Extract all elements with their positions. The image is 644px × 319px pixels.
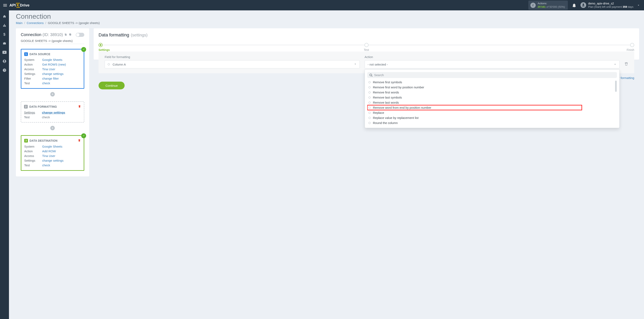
- field-select[interactable]: Column A: [105, 60, 360, 68]
- plan-days: 359: [622, 5, 627, 8]
- breadcrumb-current: GOOGLE SHEETS -> (google sheets): [48, 21, 100, 25]
- continue-button[interactable]: Continue: [98, 82, 124, 89]
- svg-point-14: [370, 74, 372, 76]
- dropdown-option-highlighted[interactable]: Remove word from end by position number: [367, 105, 582, 110]
- source-system[interactable]: Google Sheets: [42, 58, 62, 62]
- block-title: DATA DESTINATION: [30, 139, 58, 142]
- user-menu[interactable]: demo_apix-drive_s2 Plan |Start| left unt…: [580, 2, 634, 8]
- info-icon: i: [530, 3, 536, 8]
- svg-rect-5: [4, 24, 5, 25]
- dropdown-option[interactable]: Remove first symbols: [367, 80, 617, 85]
- copy-icon[interactable]: [64, 33, 67, 37]
- dropdown-option[interactable]: Replace value by replacement list: [367, 115, 617, 120]
- svg-text:$: $: [4, 32, 6, 36]
- breadcrumb-main[interactable]: Main: [16, 21, 22, 25]
- logo[interactable]: API X Drive: [9, 3, 40, 8]
- svg-text:Drive: Drive: [20, 3, 30, 7]
- connection-toggle[interactable]: [76, 33, 84, 37]
- action-label: Action: [365, 55, 620, 59]
- actions-of: of: [546, 5, 548, 8]
- page-title: Connection: [16, 12, 639, 20]
- scrollbar-thumb[interactable]: [615, 80, 617, 92]
- actions-pct: (50%): [558, 5, 565, 8]
- block-title: DATA FORMATTING: [29, 105, 57, 108]
- field-label: Field for formatting: [105, 55, 360, 59]
- nav-billing[interactable]: $: [0, 30, 9, 38]
- nav-account[interactable]: [0, 57, 9, 65]
- formatting-test: check: [42, 116, 50, 119]
- source-filter[interactable]: change filter: [42, 77, 59, 80]
- source-test[interactable]: check: [42, 82, 50, 85]
- nav-home[interactable]: [0, 12, 9, 20]
- actions-label: Actions:: [538, 2, 565, 5]
- svg-line-15: [372, 76, 372, 76]
- action-dropdown: Remove first symbols Remove first word b…: [365, 70, 620, 128]
- block-title: DATA SOURCE: [30, 52, 50, 56]
- chevron-down-icon: [354, 63, 357, 66]
- actions-total: 50'000: [549, 5, 557, 8]
- menu-toggle[interactable]: [2, 3, 8, 8]
- step-settings[interactable]: Settings: [98, 43, 111, 52]
- plan-days-suffix: days: [628, 5, 634, 8]
- stepper: Settings Test Finish Field for formattin…: [98, 43, 634, 52]
- nav-help[interactable]: ?: [0, 66, 9, 74]
- add-step-button[interactable]: +: [50, 92, 55, 96]
- block-data-destination[interactable]: 3DATA DESTINATION SystemGoogle Sheets Ac…: [21, 135, 84, 171]
- dest-access[interactable]: Tina User: [42, 154, 55, 158]
- step-finish[interactable]: Finish: [622, 43, 634, 52]
- action-select[interactable]: - not selected -: [365, 60, 620, 68]
- notifications-button[interactable]: [572, 3, 576, 7]
- svg-rect-7: [4, 26, 5, 27]
- breadcrumb: Main / Connections / GOOGLE SHEETS -> (g…: [16, 21, 639, 25]
- svg-text:X: X: [16, 3, 19, 7]
- source-action[interactable]: Get ROWS (new): [42, 63, 66, 66]
- svg-rect-8: [5, 26, 6, 27]
- nav-briefcase[interactable]: [0, 39, 9, 48]
- connection-title: Connection: [21, 32, 41, 37]
- panel-title: Data formatting: [98, 32, 129, 38]
- add-step-button[interactable]: +: [50, 126, 55, 130]
- avatar-icon: [580, 2, 586, 8]
- dest-system[interactable]: Google Sheets: [42, 145, 62, 148]
- dropdown-search[interactable]: [367, 72, 617, 78]
- chevron-down-icon[interactable]: [635, 4, 642, 7]
- actions-counter[interactable]: i Actions: 25'161 of 50'000 (50%): [528, 0, 568, 10]
- username: demo_apix-drive_s2: [588, 2, 634, 5]
- dropdown-search-input[interactable]: [374, 73, 615, 77]
- delete-row-button[interactable]: [624, 62, 628, 66]
- field-value: Column A: [112, 63, 126, 66]
- plan-prefix: Plan |Start| left until payment: [588, 5, 622, 8]
- dest-action[interactable]: Add ROW: [42, 150, 56, 153]
- source-access[interactable]: Tina User: [42, 68, 55, 71]
- gear-icon[interactable]: [68, 33, 72, 37]
- svg-text:API: API: [9, 3, 16, 7]
- connection-subtitle: GOOGLE SHEETS -> (google sheets): [21, 39, 84, 44]
- dropdown-option[interactable]: Remove first words: [367, 90, 617, 95]
- source-settings[interactable]: change settings: [42, 72, 64, 76]
- nav-sitemap[interactable]: [0, 22, 9, 30]
- dropdown-option[interactable]: Remove last symbols: [367, 95, 617, 100]
- check-icon: [81, 133, 86, 138]
- dropdown-option[interactable]: Remove last words: [367, 100, 617, 105]
- step-test[interactable]: Test: [360, 43, 372, 52]
- dest-test[interactable]: check: [42, 164, 50, 167]
- trash-icon[interactable]: [78, 105, 81, 109]
- panel-subtitle: (settings): [131, 33, 148, 38]
- dest-settings[interactable]: change settings: [42, 159, 64, 162]
- dropdown-option[interactable]: Round the column: [367, 120, 617, 126]
- actions-used: 25'161: [538, 5, 546, 8]
- dropdown-option[interactable]: Remove first word by position number: [367, 85, 617, 90]
- formatting-settings[interactable]: change settings: [42, 111, 65, 114]
- chevron-up-icon: [614, 63, 616, 66]
- trash-icon[interactable]: [78, 139, 81, 143]
- svg-text:?: ?: [4, 69, 5, 72]
- breadcrumb-connections[interactable]: Connections: [27, 21, 44, 25]
- nav-youtube[interactable]: [0, 48, 9, 56]
- block-data-formatting[interactable]: 2DATA FORMATTING Settingschange settings…: [21, 102, 84, 122]
- block-data-source[interactable]: 1DATA SOURCE SystemGoogle Sheets ActionG…: [21, 49, 84, 89]
- action-value: - not selected -: [368, 63, 388, 66]
- svg-rect-6: [3, 26, 4, 27]
- dropdown-option[interactable]: Replace: [367, 110, 617, 115]
- search-icon: [369, 74, 372, 77]
- check-icon: [81, 47, 86, 52]
